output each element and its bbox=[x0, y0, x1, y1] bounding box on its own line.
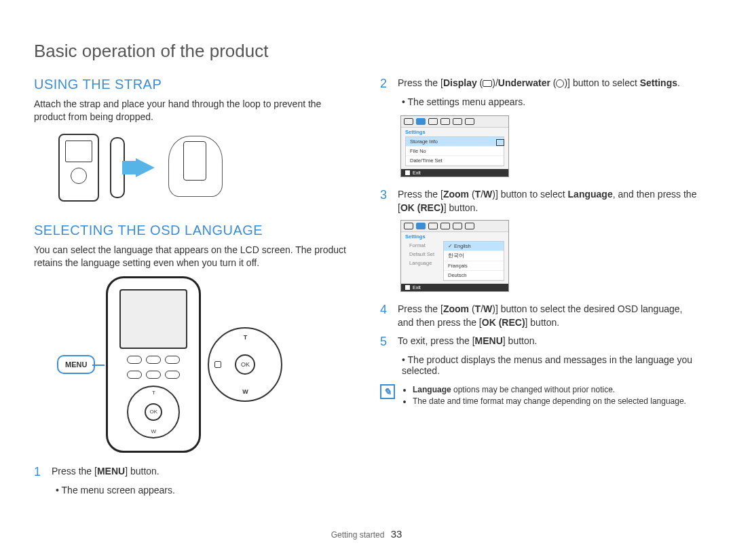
osd1-tab: Settings bbox=[401, 128, 508, 136]
step-1-text: Press the [MENU] button. bbox=[52, 465, 159, 479]
dpad-ok-label: OK bbox=[145, 403, 162, 421]
underwater-icon bbox=[556, 79, 564, 88]
osd-screenshot-1: Settings Storage Info File No Date/Time … bbox=[400, 115, 509, 177]
osd2-left-item: Language bbox=[405, 259, 440, 267]
menu-key-icon bbox=[405, 170, 410, 175]
dpad2-w-label: W bbox=[242, 388, 248, 395]
osd1-item: File No bbox=[406, 147, 504, 156]
osd1-item: Date/Time Set bbox=[406, 156, 504, 166]
step-4: 4 Press the [Zoom (T/W)] button to selec… bbox=[380, 303, 699, 329]
osd2-lang-item: ✓ English bbox=[444, 242, 504, 251]
strap-illustration bbox=[58, 130, 353, 205]
osd1-exit: Exit bbox=[413, 170, 421, 175]
step-5-bullet: The product displays the menus and messa… bbox=[402, 354, 699, 376]
step-2: 2 Press the [Display ()/Underwater ()] b… bbox=[380, 77, 699, 91]
step-4-text: Press the [Zoom (T/W)] button to select … bbox=[398, 303, 699, 329]
step-5: 5 To exit, press the [MENU] button. bbox=[380, 335, 699, 349]
page-footer: Getting started 33 bbox=[34, 528, 699, 540]
gear-icon bbox=[416, 223, 426, 229]
dpad2-ok-label: OK bbox=[235, 354, 255, 375]
hand-holding-device-icon bbox=[166, 130, 227, 205]
storage-icon bbox=[496, 139, 504, 146]
step-1-bullet: The menu screen appears. bbox=[56, 485, 353, 496]
osd2-lang-item: Français bbox=[444, 261, 504, 271]
osd-body: You can select the language that appears… bbox=[34, 244, 353, 269]
osd-screenshot-2: Settings Format Default Set Language ✓ E… bbox=[400, 220, 509, 292]
step-3: 3 Press the [Zoom (T/W)] button to selec… bbox=[380, 188, 699, 214]
step-3-number: 3 bbox=[380, 188, 390, 214]
right-column: 2 Press the [Display ()/Underwater ()] b… bbox=[380, 77, 699, 523]
footer-page-number: 33 bbox=[391, 528, 402, 540]
gear-icon bbox=[416, 118, 426, 125]
step-1-number: 1 bbox=[34, 465, 43, 479]
dpad-t-label: T bbox=[152, 390, 155, 396]
left-column: USING THE STRAP Attach the strap and pla… bbox=[34, 77, 353, 523]
step-4-number: 4 bbox=[380, 303, 390, 329]
osd2-tab: Settings bbox=[401, 232, 508, 241]
step-5-text: To exit, press the [MENU] button. bbox=[398, 335, 537, 349]
note-block: ✎ Language options may be changed withou… bbox=[380, 384, 699, 407]
display-icon bbox=[483, 80, 492, 87]
dpad-closeup-icon: T OK W bbox=[208, 327, 282, 402]
dpad2-display-icon bbox=[214, 361, 221, 368]
note-2: The date and time format may change depe… bbox=[413, 396, 686, 407]
osd2-left-item: Format bbox=[405, 241, 440, 250]
note-1: Language options may be changed without … bbox=[413, 384, 686, 396]
step-2-text: Press the [Display ()/Underwater ()] but… bbox=[398, 77, 680, 91]
footer-section: Getting started bbox=[331, 530, 385, 540]
osd2-exit: Exit bbox=[413, 285, 421, 290]
osd2-lang-item: 한국어 bbox=[444, 251, 504, 261]
device-icon bbox=[58, 134, 99, 202]
dpad2-t-label: T bbox=[244, 334, 248, 341]
dpad-w-label: W bbox=[151, 428, 157, 434]
menu-key-icon bbox=[405, 285, 410, 290]
menu-callout: MENU bbox=[57, 355, 95, 374]
heading-using-strap: USING THE STRAP bbox=[34, 77, 353, 92]
device-large-icon: T OK W bbox=[106, 276, 201, 453]
step-1: 1 Press the [MENU] button. bbox=[34, 465, 353, 479]
osd1-item: Storage Info bbox=[406, 137, 504, 147]
step-2-bullet: The settings menu appears. bbox=[402, 96, 699, 107]
strap-body: Attach the strap and place your hand thr… bbox=[34, 98, 353, 124]
device-menu-illustration: MENU T OK W T OK W bbox=[57, 276, 353, 453]
step-3-text: Press the [Zoom (T/W)] button to select … bbox=[398, 188, 699, 214]
note-icon: ✎ bbox=[380, 384, 395, 399]
arrow-right-icon bbox=[136, 158, 155, 177]
heading-osd-language: SELECTING THE OSD LANGUAGE bbox=[34, 223, 353, 238]
step-5-number: 5 bbox=[380, 335, 390, 349]
osd2-left-item: Default Set bbox=[405, 250, 440, 259]
osd2-lang-item: Deutsch bbox=[444, 271, 504, 280]
step-2-number: 2 bbox=[380, 77, 390, 91]
page-title: Basic operation of the product bbox=[34, 41, 699, 62]
